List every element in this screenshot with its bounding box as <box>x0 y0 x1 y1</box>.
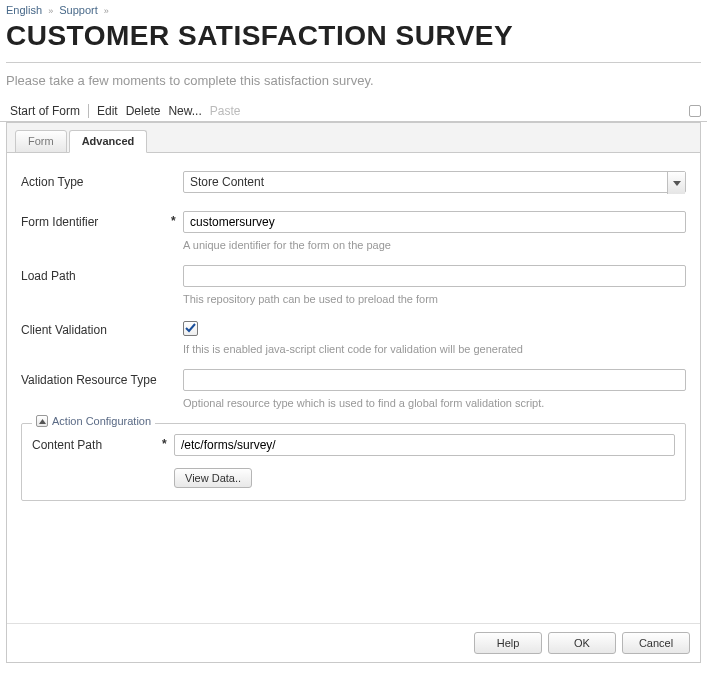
dialog-panel: Form Advanced Action Type Store Content … <box>6 122 701 663</box>
collapse-up-icon[interactable] <box>36 415 48 427</box>
tab-strip: Form Advanced <box>7 123 700 153</box>
required-marker: * <box>162 434 174 451</box>
validation-resource-type-help: Optional resource type which is used to … <box>183 397 686 409</box>
load-path-help: This repository path can be used to prel… <box>183 293 686 305</box>
action-type-label: Action Type <box>21 171 171 189</box>
load-path-label: Load Path <box>21 265 171 283</box>
breadcrumb-item[interactable]: Support <box>59 4 98 16</box>
action-configuration-fieldset: Action Configuration Content Path * View… <box>21 423 686 501</box>
view-data-button[interactable]: View Data.. <box>174 468 252 488</box>
action-type-value: Store Content <box>184 172 667 192</box>
client-validation-label: Client Validation <box>21 319 171 337</box>
divider <box>6 62 701 63</box>
toolbar-paste: Paste <box>206 104 245 118</box>
toolbar-separator <box>88 104 89 118</box>
dialog-footer: Help OK Cancel <box>7 623 700 662</box>
cancel-button[interactable]: Cancel <box>622 632 690 654</box>
validation-resource-type-label: Validation Resource Type <box>21 369 171 387</box>
check-icon <box>185 323 196 334</box>
toolbar-edit[interactable]: Edit <box>93 104 122 118</box>
chevron-down-icon[interactable] <box>667 172 685 194</box>
tab-form[interactable]: Form <box>15 130 67 153</box>
load-path-input[interactable] <box>183 265 686 287</box>
breadcrumb: English » Support » <box>0 0 707 18</box>
toolbar-tool-icon[interactable] <box>689 105 701 117</box>
svg-marker-1 <box>39 419 46 424</box>
page-subtitle: Please take a few moments to complete th… <box>0 73 707 100</box>
action-type-select[interactable]: Store Content <box>183 171 686 193</box>
breadcrumb-separator: » <box>101 6 112 16</box>
form-identifier-help: A unique identifier for the form on the … <box>183 239 686 251</box>
validation-resource-type-input[interactable] <box>183 369 686 391</box>
page-title: CUSTOMER SATISFACTION SURVEY <box>0 18 707 58</box>
toolbar-start-of-form[interactable]: Start of Form <box>6 104 84 118</box>
breadcrumb-separator: » <box>45 6 56 16</box>
client-validation-help: If this is enabled java-script client co… <box>183 343 686 355</box>
svg-marker-0 <box>673 181 681 186</box>
breadcrumb-item[interactable]: English <box>6 4 42 16</box>
tab-advanced[interactable]: Advanced <box>69 130 148 153</box>
component-toolbar: Start of Form Edit Delete New... Paste <box>0 100 707 122</box>
toolbar-new[interactable]: New... <box>164 104 205 118</box>
required-marker: * <box>171 211 183 228</box>
toolbar-delete[interactable]: Delete <box>122 104 165 118</box>
form-identifier-input[interactable] <box>183 211 686 233</box>
action-configuration-legend-text: Action Configuration <box>52 415 151 427</box>
action-configuration-legend[interactable]: Action Configuration <box>32 415 155 427</box>
help-button[interactable]: Help <box>474 632 542 654</box>
client-validation-checkbox[interactable] <box>183 321 198 336</box>
ok-button[interactable]: OK <box>548 632 616 654</box>
content-path-label: Content Path <box>32 434 162 452</box>
form-body: Action Type Store Content Form Identifie… <box>7 153 700 623</box>
content-path-input[interactable] <box>174 434 675 456</box>
form-identifier-label: Form Identifier <box>21 211 171 229</box>
